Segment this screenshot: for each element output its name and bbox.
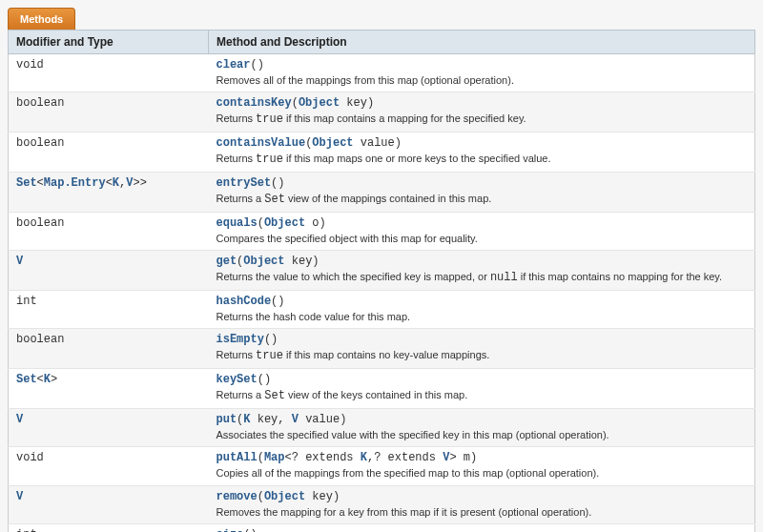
type-link[interactable]: Set [16,176,37,190]
method-description-cell: size()Returns the number of key-value ma… [209,524,755,532]
method-description: Compares the specified object with this … [217,232,748,246]
method-description: Copies all of the mappings from the spec… [217,466,748,481]
type-link[interactable]: K [113,176,119,190]
type-link[interactable]: V [126,176,133,190]
modifier-type-cell: Set<Map.Entry<K,V>> [9,172,209,212]
method-link[interactable]: containsValue [217,136,306,150]
table-header-row: Modifier and Type Method and Description [9,31,755,54]
table-row: booleanequals(Object o)Compares the spec… [9,212,755,250]
method-description: Returns true if this map maps one or mor… [217,152,748,168]
method-description-cell: clear()Removes all of the mappings from … [209,54,755,92]
method-signature: size() [217,528,748,532]
method-link[interactable]: entrySet [217,176,272,190]
modifier-type-cell: V [9,408,209,446]
modifier-type-cell: Set<K> [9,369,209,409]
method-description-cell: containsKey(Object key)Returns true if t… [209,92,755,133]
modifier-type-cell: V [9,485,209,523]
modifier-type-cell: boolean [9,92,209,133]
type-link[interactable]: V [292,413,299,426]
modifier-type-cell: int [9,524,209,532]
method-description-cell: isEmpty()Returns true if this map contai… [209,329,755,369]
type-link[interactable]: Object [264,490,305,503]
method-signature: equals(Object o) [217,216,748,230]
method-description: Returns true if this map contains no key… [217,348,748,364]
header-modifier-type: Modifier and Type [9,31,209,54]
method-signature: keySet() [217,373,748,386]
method-description-cell: entrySet()Returns a Set view of the mapp… [209,172,755,212]
modifier-type-cell: boolean [9,329,209,369]
method-link[interactable]: hashCode [217,295,272,308]
type-link[interactable]: V [443,451,449,464]
method-description-cell: putAll(Map<? extends K,? extends V> m)Co… [209,447,755,485]
method-signature: hashCode() [217,295,748,308]
modifier-type-cell: void [9,447,209,485]
modifier-type-cell: V [9,251,209,291]
type-link[interactable]: Object [243,255,284,268]
method-signature: put(K key, V value) [217,413,748,426]
modifier-type-cell: void [9,54,209,92]
method-description: Removes the mapping for a key from this … [217,505,748,520]
method-link[interactable]: put [217,413,237,426]
method-link[interactable]: containsKey [217,96,292,110]
modifier-type-cell: boolean [9,212,209,250]
type-link[interactable]: K [243,413,250,426]
methods-table: Modifier and Type Method and Description… [8,30,755,532]
method-description: Returns the hash code value for this map… [217,310,748,324]
table-row: Set<Map.Entry<K,V>>entrySet()Returns a S… [9,172,755,212]
type-link[interactable]: V [16,255,23,268]
type-link[interactable]: K [361,451,367,464]
method-description-cell: containsValue(Object value)Returns true … [209,133,755,173]
type-link[interactable]: Object [264,216,305,230]
type-link[interactable]: V [16,413,23,426]
type-link[interactable]: Map.Entry [44,176,106,190]
method-description-cell: put(K key, V value)Associates the specif… [209,408,755,446]
modifier-type-cell: boolean [9,133,209,173]
method-description: Removes all of the mappings from this ma… [217,73,748,88]
method-description-cell: equals(Object o)Compares the specified o… [209,212,755,250]
table-row: inthashCode()Returns the hash code value… [9,290,755,328]
tab-bar: Methods [8,8,755,30]
method-link[interactable]: remove [217,490,258,503]
method-description: Returns true if this map contains a mapp… [217,112,748,128]
method-description: Associates the specified value with the … [217,428,748,442]
method-description: Returns the value to which the specified… [217,270,748,286]
table-row: booleancontainsKey(Object key)Returns tr… [9,92,755,133]
method-signature: clear() [217,58,748,72]
method-link[interactable]: isEmpty [217,333,264,346]
type-link[interactable]: Set [16,373,37,386]
tab-methods[interactable]: Methods [8,8,75,30]
table-row: voidputAll(Map<? extends K,? extends V> … [9,447,755,485]
method-link[interactable]: equals [217,216,258,230]
type-link[interactable]: Object [312,136,353,150]
table-row: Vget(Object key)Returns the value to whi… [9,251,755,291]
method-link[interactable]: size [217,528,244,532]
method-link[interactable]: get [217,255,237,268]
method-signature: putAll(Map<? extends K,? extends V> m) [217,451,748,464]
table-row: Vput(K key, V value)Associates the speci… [9,408,755,446]
method-link[interactable]: keySet [217,373,258,386]
method-description: Returns a Set view of the mappings conta… [217,192,748,208]
method-signature: containsValue(Object value) [217,136,748,150]
type-link[interactable]: K [44,373,51,386]
header-method-description: Method and Description [209,31,755,54]
table-row: booleanisEmpty()Returns true if this map… [9,329,755,369]
method-signature: containsKey(Object key) [217,96,748,110]
modifier-type-cell: int [9,290,209,328]
table-row: voidclear()Removes all of the mappings f… [9,54,755,92]
table-row: booleancontainsValue(Object value)Return… [9,133,755,173]
method-description-cell: get(Object key)Returns the value to whic… [209,251,755,291]
method-signature: remove(Object key) [217,490,748,503]
method-signature: isEmpty() [217,333,748,346]
type-link[interactable]: Object [299,96,340,110]
method-description-cell: remove(Object key)Removes the mapping fo… [209,485,755,523]
type-link[interactable]: Map [264,451,285,464]
method-link[interactable]: clear [217,58,251,72]
table-row: intsize()Returns the number of key-value… [9,524,755,532]
method-signature: entrySet() [217,176,748,190]
table-row: Vremove(Object key)Removes the mapping f… [9,485,755,523]
type-link[interactable]: V [16,490,23,503]
method-link[interactable]: putAll [217,451,258,464]
method-description: Returns a Set view of the keys contained… [217,388,748,404]
table-row: Set<K>keySet()Returns a Set view of the … [9,369,755,409]
method-signature: get(Object key) [217,255,748,268]
